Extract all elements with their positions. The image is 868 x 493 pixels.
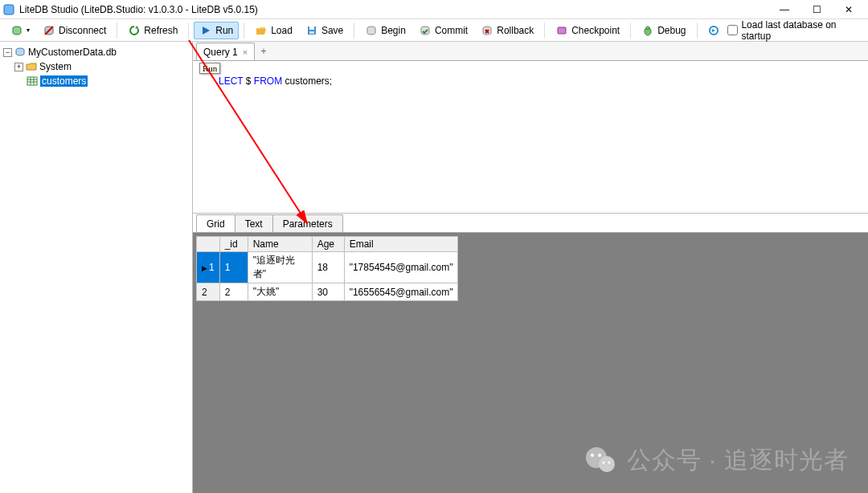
save-icon	[305, 24, 318, 37]
maximize-button[interactable]: ☐	[800, 0, 833, 19]
table-row[interactable]: 1 1 "追逐时光者" 18 "17854545@gmail.com"	[197, 252, 458, 283]
sql-token: customers;	[282, 75, 332, 87]
query-tab-strip: Query 1 × +	[193, 42, 868, 61]
tree-customers-label: customers	[40, 75, 88, 87]
grid-cell-id[interactable]: 2	[219, 283, 248, 301]
rollback-label: Rollback	[497, 25, 534, 36]
run-label: Run	[215, 25, 233, 36]
refresh-button[interactable]: Refresh	[122, 22, 183, 39]
query-tab-1[interactable]: Query 1 ×	[196, 43, 255, 60]
commit-button[interactable]: Commit	[413, 22, 473, 39]
disconnect-label: Disconnect	[59, 25, 106, 36]
watermark: 公众号 · 追逐时光者	[583, 443, 849, 477]
svg-rect-0	[4, 5, 14, 14]
svg-point-12	[646, 26, 649, 30]
folder-open-icon	[255, 24, 268, 37]
rollback-button[interactable]: Rollback	[475, 22, 539, 39]
tree-system[interactable]: + System	[2, 59, 190, 74]
save-button[interactable]: Save	[300, 22, 349, 39]
query-tab-add[interactable]: +	[254, 43, 273, 60]
grid-cell-name[interactable]: "追逐时光者"	[248, 252, 312, 283]
load-last-checkbox-wrap[interactable]: Load last database on startup	[727, 19, 857, 42]
tree-root-label: MyCustomerData.db	[28, 47, 117, 58]
toolbar-separator	[244, 22, 244, 39]
wechat-icon	[583, 443, 617, 477]
minimize-button[interactable]: —	[768, 0, 800, 19]
svg-point-23	[598, 454, 601, 457]
run-button[interactable]: Run	[194, 22, 239, 39]
grid-cell-age[interactable]: 30	[312, 283, 344, 301]
toolbar-separator	[697, 22, 698, 39]
debug-label: Debug	[657, 25, 686, 36]
svg-rect-5	[309, 26, 314, 30]
grid-cell-email[interactable]: "16556545@gmail.com"	[344, 283, 458, 301]
grid-cell-age[interactable]: 18	[312, 252, 344, 283]
result-grid[interactable]: _id Name Age Email 1 1 "追逐时光者" 18 "17854…	[196, 236, 458, 301]
svg-rect-10	[558, 27, 566, 34]
result-tab-text[interactable]: Text	[235, 214, 273, 232]
load-last-checkbox[interactable]	[727, 25, 738, 35]
grid-header-blank[interactable]	[197, 237, 220, 252]
disconnect-icon	[43, 24, 55, 37]
toolbar-separator	[544, 22, 545, 39]
grid-cell-email[interactable]: "17854545@gmail.com"	[344, 252, 458, 283]
database-open-icon	[10, 24, 23, 37]
expand-toggle[interactable]: −	[3, 48, 12, 57]
toolbar-extra-button[interactable]	[702, 22, 726, 39]
query-tab-close-icon[interactable]: ×	[243, 47, 248, 57]
refresh-label: Refresh	[144, 25, 178, 36]
result-grid-pane: _id Name Age Email 1 1 "追逐时光者" 18 "17854…	[193, 233, 868, 493]
sql-keyword: FROM	[254, 75, 282, 87]
refresh-icon	[128, 24, 141, 37]
watermark-text: 公众号 · 追逐时光者	[627, 444, 849, 477]
disconnect-button[interactable]: Disconnect	[37, 22, 112, 39]
query-tab-1-label: Query 1	[203, 47, 238, 58]
commit-icon	[419, 24, 432, 37]
svg-rect-6	[309, 31, 314, 34]
grid-row-index[interactable]: 2	[197, 283, 220, 301]
sql-editor[interactable]: Run LECT $ FROM customers;	[193, 61, 868, 214]
load-last-label: Load last database on startup	[741, 19, 857, 42]
window-title: LiteDB Studio (LiteDB.Studio: v1.0.3.0 -…	[19, 4, 768, 15]
tree-system-label: System	[39, 61, 72, 72]
checkpoint-icon	[555, 24, 568, 37]
checkpoint-button[interactable]: Checkpoint	[550, 22, 625, 39]
debug-button[interactable]: Debug	[636, 22, 691, 39]
close-button[interactable]: ✕	[833, 0, 865, 19]
result-tab-strip: Grid Text Parameters	[193, 214, 868, 233]
toolbar-separator	[630, 22, 631, 39]
begin-icon	[365, 24, 378, 37]
tree-customers[interactable]: customers	[2, 74, 190, 88]
toolbar-separator	[117, 22, 117, 39]
expand-toggle[interactable]: +	[14, 63, 23, 71]
load-label: Load	[271, 25, 293, 36]
folder-icon	[25, 61, 38, 72]
begin-button[interactable]: Begin	[359, 22, 411, 39]
tree-root[interactable]: − MyCustomerData.db	[2, 45, 190, 59]
rollback-icon	[481, 24, 493, 37]
grid-header-name[interactable]: Name	[248, 237, 312, 252]
save-label: Save	[321, 25, 343, 36]
load-button[interactable]: Load	[249, 22, 298, 39]
svg-point-24	[602, 462, 604, 464]
table-icon	[26, 75, 39, 87]
run-tooltip: Run	[199, 63, 220, 74]
grid-header-email[interactable]: Email	[344, 237, 458, 252]
svg-point-21	[599, 456, 615, 472]
result-tab-grid[interactable]: Grid	[196, 214, 235, 232]
grid-cell-id[interactable]: 1	[219, 252, 248, 283]
database-tree[interactable]: − MyCustomerData.db + System customers	[0, 42, 193, 493]
commit-label: Commit	[435, 25, 468, 36]
grid-cell-name[interactable]: "大姚"	[248, 283, 312, 301]
database-icon	[14, 47, 27, 58]
grid-header-id[interactable]: _id	[219, 237, 248, 252]
toolbar-dropdown[interactable]: ▾	[5, 22, 35, 39]
app-icon	[3, 4, 14, 15]
title-bar: LiteDB Studio (LiteDB.Studio: v1.0.3.0 -…	[0, 0, 868, 19]
grid-row-index[interactable]: 1	[197, 252, 220, 283]
result-tab-parameters[interactable]: Parameters	[272, 214, 343, 232]
table-row[interactable]: 2 2 "大姚" 30 "16556545@gmail.com"	[197, 283, 458, 301]
sql-token: $	[243, 75, 253, 87]
grid-header-age[interactable]: Age	[312, 237, 344, 252]
svg-point-25	[608, 462, 610, 464]
